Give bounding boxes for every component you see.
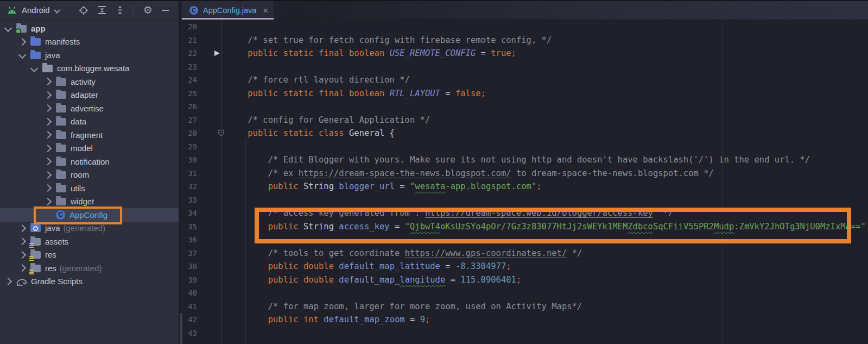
tree-item-res[interactable]: res — [0, 248, 179, 262]
gutter-cell[interactable] — [197, 260, 221, 273]
gutter-cell[interactable] — [197, 153, 221, 167]
chevron-right-icon[interactable] — [18, 237, 26, 245]
code-line-22[interactable]: 22 public static final boolean USE_REMOT… — [180, 47, 868, 60]
code-line-32[interactable]: 32 public String blogger_url = "wesata-a… — [180, 180, 868, 193]
code-line-35[interactable]: 35 public String access_key = "QjbwT4oKs… — [180, 220, 868, 234]
fold-expanded-icon[interactable] — [217, 129, 225, 139]
code-line-31[interactable]: 31 /* ex https://dream-space-the-news.bl… — [180, 167, 868, 180]
tree-item-model[interactable]: model — [0, 142, 179, 155]
tree-item-java[interactable]: java — [0, 48, 179, 62]
tree-item-com-blogger-wesata[interactable]: com.blogger.wesata — [0, 62, 179, 76]
gutter-cell[interactable] — [197, 180, 221, 193]
code-line-21[interactable]: 21 /* set true for fetch config with fir… — [180, 34, 868, 47]
chevron-right-icon[interactable] — [44, 198, 52, 205]
tree-item-gradle-scripts[interactable]: Gradle Scripts — [0, 275, 179, 289]
chevron-down-icon[interactable] — [18, 51, 26, 59]
code-line-24[interactable]: 24 /* force rtl layout direction */ — [180, 73, 868, 87]
chevron-right-icon[interactable] — [44, 78, 52, 85]
tree-item-utils[interactable]: utils — [0, 182, 179, 195]
gutter-cell[interactable] — [197, 300, 221, 314]
collapse-all-icon[interactable] — [116, 5, 124, 15]
gutter-cell[interactable] — [197, 273, 221, 287]
tree-item-appconfig[interactable]: CAppConfig — [0, 208, 179, 222]
gutter-cell[interactable] — [197, 247, 221, 260]
code-line-43[interactable]: 43 — [180, 327, 868, 340]
chevron-right-icon[interactable] — [18, 38, 26, 46]
code-line-27[interactable]: 27 /* config for General Application */ — [180, 114, 868, 127]
chevron-down-icon[interactable] — [54, 7, 60, 13]
chevron-right-icon[interactable] — [44, 104, 52, 112]
tree-item-widget[interactable]: widget — [0, 195, 179, 209]
code-line-42[interactable]: 42 public int default_map_zoom = 9; — [180, 313, 868, 327]
gutter-cell[interactable] — [197, 87, 221, 101]
tree-item-adapter[interactable]: adapter — [0, 89, 179, 102]
code-line-26[interactable]: 26 — [180, 100, 868, 114]
code-line-37[interactable]: 37 /* tools to get coordinate https://ww… — [180, 247, 868, 260]
gutter-cell[interactable] — [197, 140, 221, 154]
chevron-right-icon[interactable] — [44, 171, 52, 179]
gutter-cell[interactable] — [197, 233, 221, 247]
gutter-cell[interactable] — [197, 207, 221, 220]
gutter-cell[interactable] — [197, 100, 221, 114]
gutter-cell[interactable] — [197, 127, 221, 140]
gutter-cell[interactable] — [197, 60, 221, 74]
tree-item-notification[interactable]: notification — [0, 155, 179, 168]
gutter-cell[interactable] — [197, 313, 221, 327]
tree-item-advertise[interactable]: advertise — [0, 102, 179, 115]
code-line-29[interactable]: 29 — [180, 140, 868, 154]
tree-item-java[interactable]: java(generated) — [0, 222, 179, 235]
settings-gear-icon[interactable]: ⚙ — [143, 5, 153, 15]
chevron-right-icon[interactable] — [18, 264, 26, 272]
code-line-40[interactable]: 40 — [180, 286, 868, 300]
tree-item-manifests[interactable]: manifests — [0, 35, 179, 49]
tree-item-data[interactable]: data — [0, 115, 179, 129]
chevron-right-icon[interactable] — [18, 224, 26, 232]
gutter-cell[interactable] — [197, 220, 221, 234]
hide-panel-icon[interactable] — [162, 10, 169, 11]
code-line-39[interactable]: 39 public double default_map_langitude =… — [180, 273, 868, 287]
gutter-cell[interactable] — [197, 193, 221, 207]
chevron-right-icon[interactable] — [44, 118, 52, 126]
chevron-right-icon[interactable] — [44, 131, 52, 139]
tree-item-fragment[interactable]: fragment — [0, 128, 179, 142]
tree-item-assets[interactable]: assets — [0, 235, 179, 248]
code-line-28[interactable]: 28 public static class General { — [180, 127, 868, 140]
code-line-41[interactable]: 41 /* for map zoom, larger for more zoom… — [180, 300, 868, 314]
chevron-right-icon[interactable] — [44, 91, 52, 99]
chevron-right-icon[interactable] — [44, 184, 52, 192]
chevron-right-icon[interactable] — [4, 278, 12, 285]
gutter-cell[interactable] — [197, 47, 221, 60]
gutter-cell[interactable] — [197, 73, 221, 87]
code-editor[interactable]: 2021 /* set true for fetch config with f… — [180, 20, 868, 344]
gutter-cell[interactable] — [197, 327, 221, 340]
panel-splitter-handle[interactable] — [180, 313, 182, 344]
gutter-cell[interactable] — [197, 20, 221, 34]
tree-item-res[interactable]: res(generated) — [0, 261, 179, 275]
chevron-right-icon[interactable] — [44, 145, 52, 152]
code-line-38[interactable]: 38 public double default_map_latitude = … — [180, 260, 868, 273]
code-line-36[interactable]: 36 — [180, 233, 868, 247]
run-arrow-icon[interactable] — [214, 51, 220, 56]
gutter-cell[interactable] — [197, 34, 221, 47]
code-line-23[interactable]: 23 — [180, 60, 868, 74]
gutter-cell[interactable] — [197, 167, 221, 180]
code-line-33[interactable]: 33 — [180, 193, 868, 207]
chevron-right-icon[interactable] — [18, 251, 26, 259]
locate-file-icon[interactable] — [79, 5, 88, 15]
chevron-down-icon[interactable] — [30, 65, 38, 72]
gutter-cell[interactable] — [197, 286, 221, 300]
code-line-34[interactable]: 34 /* access key generated from : https:… — [180, 207, 868, 220]
code-line-30[interactable]: 30 /* Edit Blogger with yours. Make sure… — [180, 153, 868, 167]
code-line-20[interactable]: 20 — [180, 20, 868, 34]
tree-item-app[interactable]: app — [0, 22, 179, 35]
close-icon[interactable]: × — [263, 6, 268, 15]
tree-item-room[interactable]: room — [0, 168, 179, 182]
chevron-down-icon[interactable] — [4, 24, 12, 32]
tree-item-activity[interactable]: activity — [0, 75, 179, 89]
code-line-25[interactable]: 25 public static final boolean RTL_LAYOU… — [180, 87, 868, 101]
chevron-right-icon[interactable] — [44, 158, 52, 165]
tab-appconfig-java[interactable]: C AppConfig.java × — [182, 1, 274, 20]
gutter-cell[interactable] — [197, 114, 221, 127]
expand-all-icon[interactable] — [98, 5, 106, 15]
project-view-selector[interactable]: Android — [22, 5, 50, 15]
